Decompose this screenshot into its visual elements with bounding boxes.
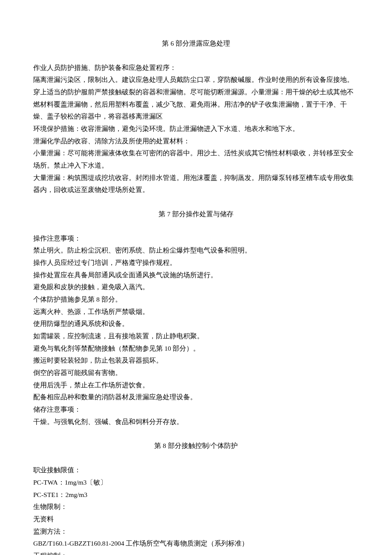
section-7-title: 第 7 部分操作处置与储存 <box>33 208 359 221</box>
s6-p1: 作业人员防护措施、防护装备和应急处置程序： <box>33 62 359 74</box>
s7-p12: 倒空的容器可能残留有害物。 <box>33 367 359 379</box>
s7-p4: 操作处置应在具备局部通风或全面通风换气设施的场所进行。 <box>33 269 359 282</box>
s7-p8: 使用防爆型的通风系统和设备。 <box>33 318 359 330</box>
s8-p8: 工程控制： <box>33 550 359 555</box>
section-8-title: 第 8 部分接触控制/个体防护 <box>33 440 359 452</box>
s7-p9: 如需罐装，应控制流速，且有接地装置，防止静电积聚。 <box>33 330 359 343</box>
s6-p2: 隔离泄漏污染区，限制出入。建议应急处理人员戴防尘口罩，穿防酸碱服。作业时使用的所… <box>33 74 359 123</box>
s6-p4: 泄漏化学品的收容、清除方法及所使用的处置材料： <box>33 135 359 148</box>
s7-p2: 禁止明火。防止粉尘沉积、密闭系统、防止粉尘爆炸型电气设备和照明。 <box>33 244 359 257</box>
s7-p5: 避免眼和皮肤的接触，避免吸入蒸汽。 <box>33 281 359 293</box>
s6-p5: 小量泄漏：尽可能将泄漏液体收集在可密闭的容器中。用沙土、活性炭或其它惰性材料吸收… <box>33 147 359 171</box>
s8-p3: PC-STE1：2mg/m3 <box>33 489 359 501</box>
s6-p3: 环境保护措施：收容泄漏物，避免污染环境。防止泄漏物进入下水道、地表水和地下水。 <box>33 123 359 135</box>
s7-p15: 储存注意事项： <box>33 404 359 416</box>
section-6-title: 第 6 部分泄露应急处理 <box>33 38 359 50</box>
s8-p5: 无资料 <box>33 513 359 526</box>
s7-p10: 避免与氧化剂等禁配物接触（禁配物参见第 10 部分）。 <box>33 343 359 355</box>
s8-p1: 职业接触限值： <box>33 464 359 477</box>
s7-p6: 个体防护措施参见第 8 部分。 <box>33 293 359 306</box>
s7-p7: 远离火种、热源，工作场所严禁吸烟。 <box>33 306 359 318</box>
s8-p2: PC-TWA：1mg/m3〔敏〕 <box>33 477 359 489</box>
s7-p11: 搬运时要轻装轻卸，防止包装及容器损坏。 <box>33 355 359 367</box>
s8-p4: 生物限制： <box>33 501 359 513</box>
s6-p6: 大量泄漏：构筑围堤或挖坑收容。封闭排水管道。用泡沫覆盖，抑制蒸发。用防爆泵转移至… <box>33 172 359 196</box>
s8-p7: GBZ/T160.1-GBZZT160.81-2004 工作场所空气有毒物质测定… <box>33 538 359 550</box>
s8-p6: 监测方法： <box>33 526 359 538</box>
s7-p14: 配备相应品种和数量的消防器材及泄漏应急处理设备。 <box>33 391 359 404</box>
s7-p13: 使用后洗手，禁止在工作场所进饮食。 <box>33 379 359 392</box>
s7-p1: 操作注意事项： <box>33 232 359 245</box>
s7-p3: 操作人员应经过专门培训，严格遵守操作规程。 <box>33 257 359 269</box>
s7-p16: 干燥。与强氧化剂、强碱、食品和饲料分开存放。 <box>33 416 359 428</box>
